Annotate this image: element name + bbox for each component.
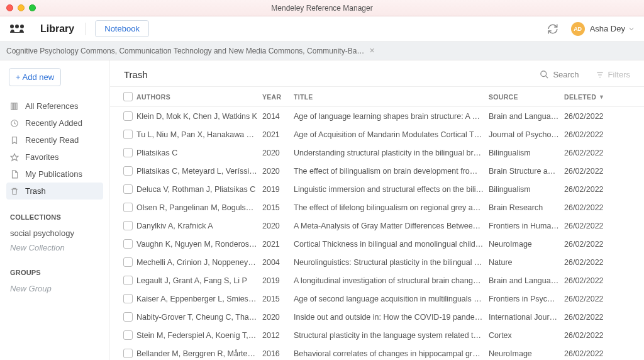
username-label[interactable]: Asha Dey: [590, 24, 625, 33]
sidebar-item-label: Trash: [25, 186, 46, 196]
row-checkbox[interactable]: [123, 111, 133, 121]
bookmark-icon: [10, 136, 19, 145]
collection-item[interactable]: social psychology: [6, 226, 103, 240]
info-bar: Cognitive Psychology Commons, Communicat…: [0, 42, 644, 60]
cell-year: 2015: [262, 203, 294, 212]
table-row[interactable]: Legault J, Grant A, Fang S, Li P2019A lo…: [110, 271, 644, 290]
row-checkbox[interactable]: [123, 349, 133, 358]
sync-icon[interactable]: [547, 23, 558, 35]
info-bar-text: Cognitive Psychology Commons, Communicat…: [6, 47, 364, 55]
row-checkbox[interactable]: [123, 184, 133, 194]
sidebar-item-all-references[interactable]: All References: [6, 98, 103, 115]
titlebar: Mendeley Reference Manager: [0, 0, 644, 16]
table-row[interactable]: Olsen R, Pangelinan M, Bogulski C, Cha…2…: [110, 198, 644, 217]
cell-source: Bilingualism: [489, 149, 564, 157]
sidebar-item-favorites[interactable]: Favorites: [6, 149, 103, 166]
cell-deleted: 26/02/2022: [564, 112, 621, 121]
filters-button[interactable]: Filters: [596, 70, 630, 79]
select-all-checkbox[interactable]: [123, 92, 133, 101]
cell-source: Brain Structure and Function: [489, 167, 564, 176]
table-row[interactable]: Nabity-Grover T, Cheung C, Thatcher J202…: [110, 308, 644, 326]
row-checkbox[interactable]: [123, 294, 133, 303]
cell-source: International Journal of Information Man…: [489, 313, 564, 322]
table-row[interactable]: Bellander M, Berggren R, Mårtensson J, ……: [110, 344, 644, 360]
cell-title: The effect of lifelong bilingualism on r…: [294, 203, 489, 212]
svg-point-2: [20, 25, 24, 28]
cell-title: Age of Acquisition of Mandarin Modulates…: [294, 130, 489, 139]
svg-point-8: [541, 71, 547, 77]
col-header-authors[interactable]: AUTHORS: [136, 93, 262, 101]
row-checkbox[interactable]: [123, 166, 133, 176]
cell-source: Cortex: [489, 331, 564, 340]
sidebar-item-recently-read[interactable]: Recently Read: [6, 132, 103, 149]
col-header-year[interactable]: YEAR: [262, 93, 294, 101]
new-collection-item[interactable]: New Collection: [6, 240, 103, 255]
sidebar-item-my-publications[interactable]: My Publications: [6, 166, 103, 183]
table-row[interactable]: Vaughn K, Nguyen M, Ronderos J, Hern…202…: [110, 235, 644, 253]
svg-rect-4: [13, 103, 14, 110]
table-row[interactable]: Stein M, Federspiel A, Koenig T, Wirth M…: [110, 326, 644, 344]
cell-authors: Pliatsikas C: [136, 149, 262, 157]
cell-authors: Olsen R, Pangelinan M, Bogulski C, Cha…: [136, 203, 262, 212]
row-checkbox[interactable]: [123, 203, 133, 212]
cell-year: 2004: [262, 258, 294, 267]
chevron-down-icon[interactable]: [628, 25, 635, 33]
cell-source: Frontiers in Psychology: [489, 295, 564, 303]
row-checkbox[interactable]: [123, 239, 133, 249]
cell-deleted: 26/02/2022: [564, 203, 621, 212]
table-row[interactable]: Deluca V, Rothman J, Pliatsikas C2019Lin…: [110, 180, 644, 198]
search-icon: [540, 70, 549, 79]
cell-deleted: 26/02/2022: [564, 295, 621, 303]
cell-title: A longitudinal investigation of structur…: [294, 276, 489, 285]
cell-deleted: 26/02/2022: [564, 313, 621, 322]
collections-heading: COLLECTIONS: [10, 213, 103, 221]
groups-heading: GROUPS: [10, 269, 103, 276]
svg-marker-7: [11, 154, 18, 160]
trash-icon: [10, 187, 19, 196]
filter-icon: [596, 70, 604, 79]
row-checkbox[interactable]: [123, 330, 133, 340]
table-row[interactable]: Mechelli A, Crinion J, Noppeney U, O' D……: [110, 253, 644, 271]
sidebar-item-label: Recently Added: [25, 118, 82, 128]
cell-authors: Deluca V, Rothman J, Pliatsikas C: [136, 185, 262, 194]
cell-year: 2012: [262, 331, 294, 340]
notebook-button[interactable]: Notebook: [95, 20, 149, 37]
sidebar-item-trash[interactable]: Trash: [6, 183, 103, 200]
add-new-button[interactable]: + Add new: [9, 68, 61, 86]
table-row[interactable]: Kaiser A, Eppenberger L, Smieskova R, …2…: [110, 290, 644, 308]
row-checkbox[interactable]: [123, 257, 133, 267]
table-row[interactable]: Pliatsikas C2020Understanding structural…: [110, 143, 644, 162]
col-header-title[interactable]: TITLE: [294, 93, 489, 101]
avatar[interactable]: AD: [571, 22, 585, 36]
add-new-label: Add new: [23, 72, 55, 82]
cell-source: Bilingualism: [489, 185, 564, 194]
row-checkbox[interactable]: [123, 130, 133, 139]
cell-title: Structural plasticity in the language sy…: [294, 331, 489, 340]
sidebar-item-label: All References: [25, 101, 79, 111]
row-checkbox[interactable]: [123, 276, 133, 285]
cell-authors: Klein D, Mok K, Chen J, Watkins K: [136, 112, 262, 121]
sidebar-item-recently-added[interactable]: Recently Added: [6, 115, 103, 132]
cell-title: A Meta-Analysis of Gray Matter Differenc…: [294, 222, 489, 230]
cell-deleted: 26/02/2022: [564, 240, 621, 249]
cell-source: Nature: [489, 258, 564, 267]
search-button[interactable]: Search: [540, 70, 579, 79]
row-checkbox[interactable]: [123, 148, 133, 157]
table-row[interactable]: Pliatsikas C, Meteyard L, Veríssimo J, D…: [110, 162, 644, 180]
clock-icon: [10, 119, 19, 128]
sidebar-item-label: Favorites: [25, 152, 58, 162]
table-row[interactable]: Tu L, Niu M, Pan X, Hanakawa T, Liu X, ……: [110, 125, 644, 143]
col-header-deleted-label: DELETED: [564, 93, 596, 101]
cell-title: Linguistic immersion and structural effe…: [294, 185, 489, 194]
col-header-source[interactable]: SOURCE: [489, 93, 564, 101]
page-title: Trash: [124, 69, 148, 80]
row-checkbox[interactable]: [123, 312, 133, 322]
cell-source: Brain and Language: [489, 276, 564, 285]
table-row[interactable]: Danylkiv A, Krafnick A2020A Meta-Analysi…: [110, 217, 644, 235]
col-header-deleted[interactable]: DELETED▼: [564, 93, 621, 101]
table-row[interactable]: Klein D, Mok K, Chen J, Watkins K2014Age…: [110, 107, 644, 125]
new-group-item[interactable]: New Group: [6, 281, 103, 296]
info-bar-close-icon[interactable]: ✕: [369, 47, 375, 55]
cell-source: Frontiers in Human Neuroscience: [489, 222, 564, 230]
row-checkbox[interactable]: [123, 221, 133, 230]
